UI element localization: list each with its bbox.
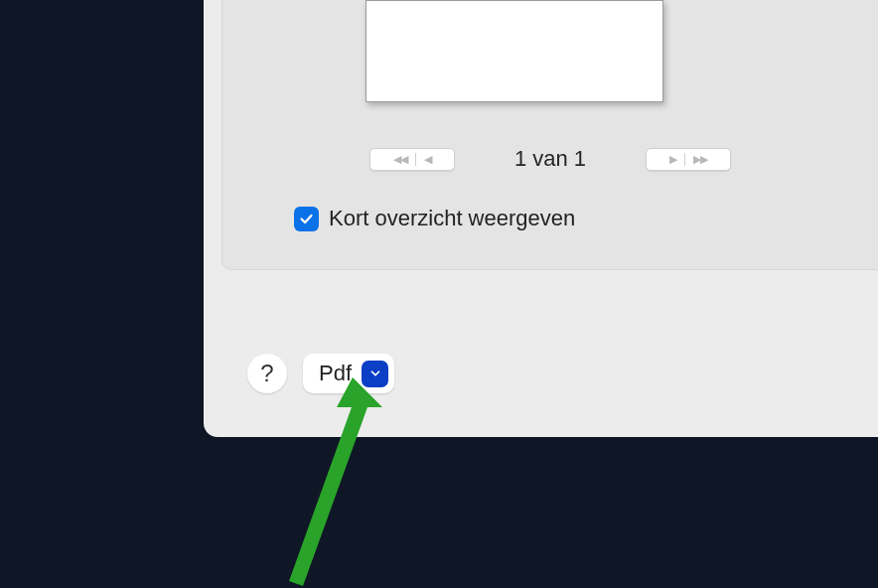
show-summary-row: Kort overzicht weergeven xyxy=(294,206,575,231)
pdf-dropdown-label: Pdf xyxy=(319,361,352,386)
check-icon xyxy=(298,211,315,227)
next-page-icon: ▶ xyxy=(669,153,676,166)
pager-row: ◀◀ ◀ 1 van 1 ▶ ▶▶ xyxy=(222,146,878,172)
show-summary-label: Kort overzicht weergeven xyxy=(329,206,575,231)
preview-page xyxy=(366,0,663,102)
pdf-dropdown-button[interactable]: Pdf xyxy=(303,354,394,393)
print-dialog: ◀◀ ◀ 1 van 1 ▶ ▶▶ Kort overzicht weergev… xyxy=(204,0,878,437)
page-indicator: 1 van 1 xyxy=(514,146,586,172)
preview-panel: ◀◀ ◀ 1 van 1 ▶ ▶▶ Kort overzicht weergev… xyxy=(221,0,878,270)
help-button[interactable]: ? xyxy=(247,354,287,393)
prev-page-icon: ◀ xyxy=(424,153,431,166)
pager-next-group[interactable]: ▶ ▶▶ xyxy=(646,148,731,171)
separator xyxy=(415,153,416,166)
first-page-icon: ◀◀ xyxy=(393,153,407,166)
show-summary-checkbox[interactable] xyxy=(294,207,319,231)
dialog-footer: ? Pdf xyxy=(247,354,394,393)
separator xyxy=(684,153,685,166)
chevron-down-icon xyxy=(362,361,388,387)
pager-prev-group[interactable]: ◀◀ ◀ xyxy=(369,148,455,171)
last-page-icon: ▶▶ xyxy=(693,153,707,166)
help-icon: ? xyxy=(260,360,273,387)
